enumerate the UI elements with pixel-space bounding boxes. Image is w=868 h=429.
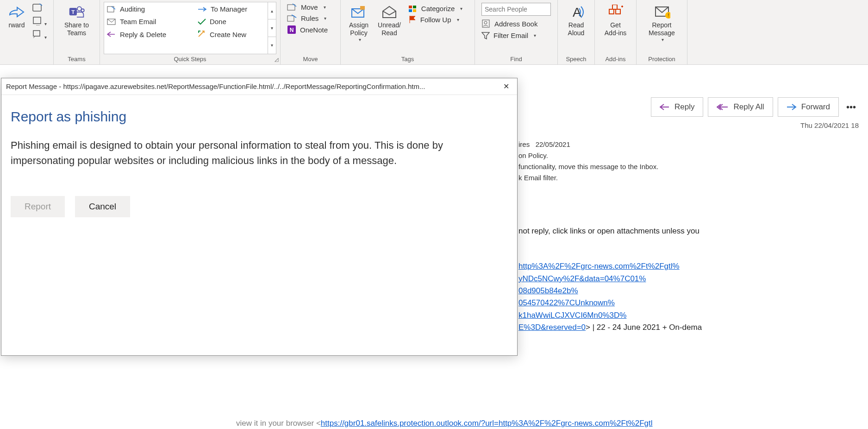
quick-steps-scroll[interactable]: ▴▾▾ — [268, 2, 276, 54]
cancel-button[interactable]: Cancel — [75, 196, 130, 217]
qs-team-email[interactable]: Team Email — [107, 18, 185, 25]
group-label-move: Move — [284, 54, 337, 63]
read-aloud-button[interactable]: A Read Aloud — [563, 2, 589, 39]
group-label-protection: Protection — [640, 54, 683, 63]
dialog-close-button[interactable]: ✕ — [500, 80, 512, 93]
svg-rect-23 — [616, 9, 620, 14]
read-aloud-icon: A — [568, 4, 585, 20]
reply-all-button[interactable]: Reply All — [708, 97, 773, 117]
info-line-1: on Policy. — [518, 150, 658, 161]
svg-rect-16 — [413, 6, 416, 8]
svg-rect-18 — [413, 9, 416, 12]
ribbon: rward ▾ ▾ T Share to Teams Teams — [0, 0, 868, 65]
svg-rect-15 — [409, 6, 412, 8]
more-respond-icon[interactable]: ▾ — [32, 16, 47, 27]
safelink-line-1[interactable]: http%3A%2F%2Fgrc-news.com%2Ft%2Fgtl% — [518, 262, 680, 271]
meeting-icon[interactable] — [32, 3, 47, 13]
svg-rect-22 — [609, 9, 614, 14]
safelink-line-2[interactable]: yNDc5NCwy%2F&data=04%7C01% — [518, 274, 646, 283]
svg-rect-1 — [33, 17, 41, 24]
svg-rect-14 — [360, 6, 365, 10]
forward-button[interactable]: rward — [4, 2, 30, 31]
svg-text:N: N — [290, 27, 294, 33]
forward-label: rward — [8, 21, 25, 29]
group-label-find: Find — [479, 54, 554, 63]
search-people-input[interactable] — [481, 3, 551, 16]
qs-create-new[interactable]: Create New — [198, 30, 266, 38]
qs-to-manager[interactable]: To Manager — [198, 5, 266, 13]
dialog-title: Report Message - https://ipagave.azurewe… — [6, 82, 500, 90]
qs-auditing[interactable]: Auditing — [107, 5, 185, 13]
message-actions: Reply Reply All Forward ••• — [651, 97, 859, 117]
dialog-heading: Report as phishing — [11, 109, 508, 125]
svg-rect-10 — [287, 16, 294, 21]
addins-icon — [607, 4, 624, 20]
group-label-respond — [4, 54, 50, 63]
share-to-teams-label: Share to Teams — [64, 21, 89, 37]
group-label-teams: Teams — [57, 54, 96, 63]
more-actions-button[interactable]: ••• — [843, 102, 859, 113]
reply-button[interactable]: Reply — [651, 97, 703, 117]
onenote-button[interactable]: NOneNote — [287, 25, 328, 34]
info-line-3: k Email filter. — [518, 172, 658, 183]
address-book-button[interactable]: Address Book — [481, 19, 551, 28]
report-message-dialog: Report Message - https://ipagave.azurewe… — [1, 78, 518, 356]
svg-text:!: ! — [668, 13, 669, 18]
safelink-line-6[interactable]: E%3D&reserved=0 — [518, 323, 586, 332]
assign-policy-button[interactable]: Assign Policy▾ — [344, 2, 373, 44]
share-im-icon[interactable]: ▾ — [32, 30, 47, 40]
report-button[interactable]: Report — [11, 196, 65, 217]
qs-done[interactable]: Done — [198, 18, 266, 25]
report-message-button[interactable]: ! Report Message▾ — [644, 2, 680, 44]
forward-arrow-icon — [8, 4, 25, 20]
view-in-browser: view it in your browser <https://gbr01.s… — [236, 419, 653, 428]
quick-steps-launcher-icon[interactable]: ◿ — [275, 57, 278, 63]
svg-rect-24 — [612, 5, 617, 9]
safelink-line-3[interactable]: 08d905b84e2b% — [518, 286, 578, 295]
teams-icon: T — [69, 4, 85, 20]
svg-rect-0 — [33, 4, 41, 11]
svg-point-6 — [81, 9, 84, 12]
envelope-open-icon — [381, 4, 398, 20]
expires-label: ires — [518, 140, 530, 148]
get-addins-button[interactable]: Get Add-ins — [600, 2, 631, 39]
info-line-2: functionality, move this message to the … — [518, 161, 658, 172]
categorize-button[interactable]: Categorize▾ — [408, 5, 463, 13]
move-button[interactable]: Move▾ — [287, 3, 328, 11]
svg-rect-17 — [409, 9, 412, 12]
message-body: not reply, click links or open attachmen… — [518, 225, 868, 334]
event-date-text: > | 22 - 24 June 2021 + On-dema — [586, 323, 702, 332]
filter-email-button[interactable]: Filter Email▾ — [481, 32, 551, 39]
svg-point-20 — [484, 21, 487, 24]
follow-up-button[interactable]: Follow Up▾ — [408, 15, 463, 24]
group-label-quicksteps: Quick Steps — [104, 54, 276, 63]
view-in-browser-link[interactable]: https://gbr01.safelinks.protection.outlo… — [321, 419, 653, 428]
qs-reply-delete[interactable]: Reply & Delete — [107, 30, 185, 38]
forward-msg-button[interactable]: Forward — [778, 97, 839, 117]
safelink-line-5[interactable]: k1haWwiLCJXVCI6Mn0%3D% — [518, 311, 626, 320]
share-to-teams-button[interactable]: T Share to Teams — [60, 2, 94, 39]
quick-steps-gallery[interactable]: Auditing To Manager Team Email Done Repl… — [104, 2, 276, 54]
svg-text:T: T — [71, 9, 75, 15]
safelink-line-4[interactable]: 054570422%7CUnknown% — [518, 298, 615, 307]
svg-point-5 — [77, 6, 81, 11]
group-label-speech: Speech — [562, 54, 591, 63]
group-label-addins: Add-ins — [599, 54, 632, 63]
rules-button[interactable]: Rules▾ — [287, 14, 328, 22]
dialog-body-text: Phishing email is designed to obtain you… — [11, 138, 492, 168]
svg-rect-9 — [287, 5, 295, 10]
report-message-icon: ! — [654, 4, 670, 20]
message-info-bar: ires 22/05/2021 on Policy. functionality… — [518, 139, 658, 183]
group-label-tags: Tags — [344, 54, 471, 63]
expires-date: 22/05/2021 — [536, 140, 570, 148]
external-warning: not reply, click links or open attachmen… — [518, 225, 868, 237]
message-date: Thu 22/04/2021 18 — [800, 121, 859, 129]
unread-read-button[interactable]: Unread/ Read — [373, 2, 406, 39]
svg-rect-2 — [33, 31, 40, 36]
assign-policy-icon — [350, 4, 367, 20]
